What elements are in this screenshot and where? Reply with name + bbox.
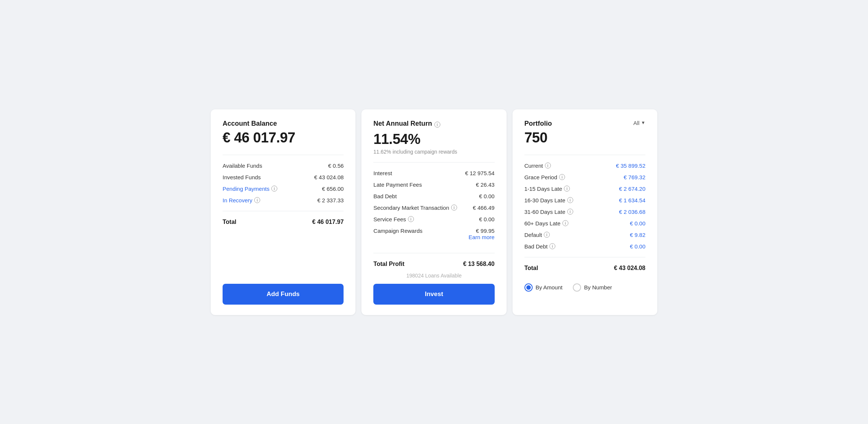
default-value: € 9.82 bbox=[630, 232, 645, 238]
60-plus-days-info-icon[interactable]: i bbox=[562, 220, 568, 226]
row-bad-debt: Bad Debt € 0.00 bbox=[373, 193, 494, 199]
invested-funds-label: Invested Funds bbox=[223, 174, 261, 180]
16-30-days-label: 16-30 Days Late i bbox=[524, 197, 573, 203]
account-total-label: Total bbox=[223, 219, 236, 225]
radio-by-amount-circle[interactable] bbox=[524, 283, 533, 292]
secondary-market-label: Secondary Market Transaction i bbox=[373, 205, 457, 211]
service-fees-info-icon[interactable]: i bbox=[408, 216, 414, 222]
late-payment-label: Late Payment Fees bbox=[373, 182, 422, 188]
account-balance-card: Account Balance € 46 017.97 Available Fu… bbox=[211, 109, 355, 315]
portfolio-rows: Current i € 35 899.52 Grace Period i € 7… bbox=[524, 163, 645, 250]
portfolio-bad-debt-value: € 0.00 bbox=[630, 243, 645, 250]
row-1-15-days-late: 1-15 Days Late i € 2 674.20 bbox=[524, 186, 645, 192]
grace-period-label: Grace Period i bbox=[524, 174, 565, 180]
service-fees-label: Service Fees i bbox=[373, 216, 414, 222]
earn-more-row: Earn more bbox=[373, 234, 494, 240]
grace-period-info-icon[interactable]: i bbox=[559, 174, 565, 180]
radio-by-number[interactable]: By Number bbox=[573, 283, 612, 292]
account-divider-2 bbox=[223, 211, 344, 211]
account-divider bbox=[223, 155, 344, 155]
portfolio-total-value: € 43 024.08 bbox=[614, 265, 645, 272]
row-portfolio-bad-debt: Bad Debt i € 0.00 bbox=[524, 243, 645, 250]
row-available-funds: Available Funds € 0.56 bbox=[223, 163, 344, 169]
portfolio-divider-2 bbox=[524, 257, 645, 257]
portfolio-dropdown[interactable]: All ▼ bbox=[633, 120, 645, 126]
31-60-days-value: € 2 036.68 bbox=[619, 209, 645, 215]
dashboard: Account Balance € 46 017.97 Available Fu… bbox=[211, 109, 657, 315]
earn-more-link[interactable]: Earn more bbox=[469, 234, 495, 240]
portfolio-card: Portfolio 750 All ▼ Current i € 35 899.5… bbox=[513, 109, 657, 315]
portfolio-bad-debt-label: Bad Debt i bbox=[524, 243, 556, 250]
pending-payments-label[interactable]: Pending Payments i bbox=[223, 186, 277, 192]
radio-by-number-label: By Number bbox=[584, 284, 612, 290]
row-16-30-days-late: 16-30 Days Late i € 1 634.54 bbox=[524, 197, 645, 203]
net-return-main-value: 11.54% bbox=[373, 131, 494, 147]
row-late-payment: Late Payment Fees € 26.43 bbox=[373, 182, 494, 188]
pending-payments-info-icon[interactable]: i bbox=[271, 186, 277, 192]
in-recovery-info-icon[interactable]: i bbox=[254, 197, 260, 203]
row-campaign-rewards: Campaign Rewards € 99.95 bbox=[373, 228, 494, 234]
net-return-sub-text: 11.62% including campaign rewards bbox=[373, 149, 494, 155]
default-label: Default i bbox=[524, 232, 550, 238]
available-funds-label: Available Funds bbox=[223, 163, 262, 169]
invest-button[interactable]: Invest bbox=[373, 284, 494, 305]
60-plus-days-value: € 0.00 bbox=[630, 220, 645, 227]
default-info-icon[interactable]: i bbox=[544, 232, 550, 238]
16-30-days-info-icon[interactable]: i bbox=[567, 197, 573, 203]
row-grace-period: Grace Period i € 769.32 bbox=[524, 174, 645, 180]
radio-by-amount-label: By Amount bbox=[536, 284, 563, 290]
bad-debt-value: € 0.00 bbox=[479, 193, 495, 199]
portfolio-title: Portfolio bbox=[524, 120, 552, 128]
campaign-rewards-value: € 99.95 bbox=[476, 228, 495, 234]
radio-group: By Amount By Number bbox=[524, 283, 645, 292]
pending-payments-value: € 656.00 bbox=[322, 186, 344, 192]
portfolio-header: Portfolio 750 All ▼ bbox=[524, 120, 645, 147]
chevron-down-icon: ▼ bbox=[641, 120, 645, 125]
net-return-info-icon[interactable]: i bbox=[434, 122, 440, 128]
60-plus-days-label: 60+ Days Late i bbox=[524, 220, 568, 227]
16-30-days-value: € 1 634.54 bbox=[619, 197, 645, 203]
radio-by-amount[interactable]: By Amount bbox=[524, 283, 563, 292]
row-secondary-market: Secondary Market Transaction i € 466.49 bbox=[373, 205, 494, 211]
row-service-fees: Service Fees i € 0.00 bbox=[373, 216, 494, 222]
row-in-recovery: In Recovery i € 2 337.33 bbox=[223, 197, 344, 203]
row-31-60-days-late: 31-60 Days Late i € 2 036.68 bbox=[524, 209, 645, 215]
add-funds-button[interactable]: Add Funds bbox=[223, 284, 344, 305]
account-title: Account Balance bbox=[223, 120, 344, 128]
net-return-card: Net Annual Return i 11.54% 11.62% includ… bbox=[361, 109, 506, 315]
late-payment-value: € 26.43 bbox=[476, 182, 495, 188]
current-value: € 35 899.52 bbox=[616, 163, 645, 169]
net-return-divider bbox=[373, 162, 494, 163]
account-main-value: € 46 017.97 bbox=[223, 130, 344, 146]
row-interest: Interest € 12 975.54 bbox=[373, 170, 494, 176]
portfolio-main-value: 750 bbox=[524, 130, 552, 146]
1-15-days-info-icon[interactable]: i bbox=[564, 186, 570, 192]
service-fees-value: € 0.00 bbox=[479, 216, 495, 222]
row-current: Current i € 35 899.52 bbox=[524, 163, 645, 169]
secondary-market-value: € 466.49 bbox=[473, 205, 494, 211]
grace-period-value: € 769.32 bbox=[624, 174, 645, 180]
account-rows: Available Funds € 0.56 Invested Funds € … bbox=[223, 163, 344, 203]
net-return-divider-2 bbox=[373, 253, 494, 253]
1-15-days-label: 1-15 Days Late i bbox=[524, 186, 570, 192]
radio-by-number-circle[interactable] bbox=[573, 283, 581, 292]
current-info-icon[interactable]: i bbox=[545, 163, 551, 168]
net-total-label: Total Profit bbox=[373, 261, 404, 267]
row-default: Default i € 9.82 bbox=[524, 232, 645, 238]
bad-debt-label: Bad Debt bbox=[373, 193, 397, 199]
31-60-days-info-icon[interactable]: i bbox=[567, 209, 573, 215]
interest-value: € 12 975.54 bbox=[465, 170, 494, 176]
account-total-value: € 46 017.97 bbox=[312, 219, 344, 225]
current-label: Current i bbox=[524, 163, 551, 169]
loans-available: 198024 Loans Available bbox=[373, 273, 494, 279]
row-pending-payments: Pending Payments i € 656.00 bbox=[223, 186, 344, 192]
row-portfolio-total: Total € 43 024.08 bbox=[524, 265, 645, 272]
available-funds-value: € 0.56 bbox=[328, 163, 344, 169]
portfolio-bad-debt-info-icon[interactable]: i bbox=[549, 243, 555, 249]
interest-label: Interest bbox=[373, 170, 392, 176]
row-account-total: Total € 46 017.97 bbox=[223, 219, 344, 225]
net-total-value: € 13 568.40 bbox=[463, 261, 495, 267]
in-recovery-label[interactable]: In Recovery i bbox=[223, 197, 260, 203]
net-return-header: Net Annual Return i bbox=[373, 120, 494, 130]
secondary-market-info-icon[interactable]: i bbox=[451, 205, 457, 211]
